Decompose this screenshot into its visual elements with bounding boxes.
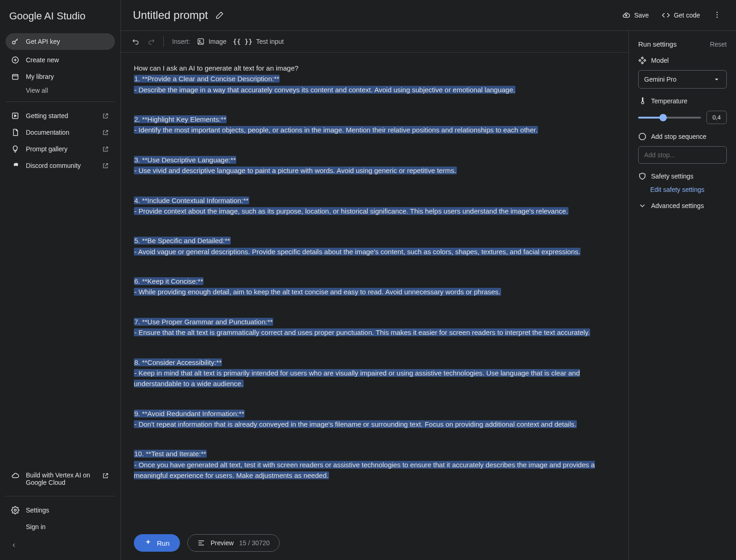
settings-label: Temperature bbox=[651, 97, 688, 105]
reset-button[interactable]: Reset bbox=[710, 41, 727, 48]
more-menu-button[interactable] bbox=[710, 8, 724, 23]
vertex-ai-link[interactable]: Build with Vertex AI on Google Cloud bbox=[6, 467, 115, 490]
button-label: Get code bbox=[674, 12, 700, 19]
play-icon bbox=[11, 112, 19, 120]
temperature-value[interactable]: 0,4 bbox=[706, 111, 727, 124]
library-icon bbox=[11, 72, 19, 81]
external-link-icon bbox=[101, 471, 109, 480]
external-link-icon bbox=[101, 145, 109, 153]
brand-logo: Google AI Studio bbox=[6, 8, 115, 33]
settings-label: Safety settings bbox=[651, 173, 694, 180]
run-button[interactable]: Run bbox=[134, 534, 180, 552]
gear-icon bbox=[11, 506, 19, 514]
insert-test-input-button[interactable]: {{ }} Test input bbox=[233, 38, 284, 45]
button-label: Run bbox=[157, 539, 170, 547]
model-select[interactable]: Gemini Pro bbox=[638, 70, 727, 89]
get-api-key-button[interactable]: Get API key bbox=[6, 33, 115, 50]
signin-button[interactable]: Sign in bbox=[6, 518, 115, 535]
header: Untitled prompt Save Get code bbox=[121, 0, 736, 31]
external-link-icon bbox=[101, 161, 109, 170]
nav-label: Discord community bbox=[26, 162, 81, 169]
save-button[interactable]: Save bbox=[619, 7, 652, 23]
nav-label: Settings bbox=[26, 506, 49, 514]
settings-label: Advanced settings bbox=[651, 202, 704, 209]
lightbulb-icon bbox=[11, 145, 19, 153]
thermometer-icon bbox=[638, 97, 646, 105]
prompt-gallery-link[interactable]: Prompt gallery bbox=[6, 141, 115, 157]
insert-label: Insert: bbox=[172, 38, 190, 45]
key-icon bbox=[11, 37, 19, 46]
cloud-icon bbox=[11, 471, 19, 480]
toolbar: Insert: Image {{ }} Test input bbox=[121, 31, 628, 53]
run-settings-panel: Run settings Reset Model Gemini Pro Temp… bbox=[629, 31, 736, 560]
svg-point-5 bbox=[717, 12, 718, 12]
stop-sequence-input[interactable] bbox=[644, 151, 721, 159]
footer: Run Preview 15 / 30720 bbox=[121, 526, 628, 560]
image-icon bbox=[197, 37, 205, 46]
plus-circle-icon bbox=[11, 56, 19, 64]
stop-icon bbox=[638, 132, 646, 141]
getting-started-link[interactable]: Getting started bbox=[6, 107, 115, 124]
notes-icon bbox=[197, 539, 205, 547]
prompt-editor[interactable]: How can I ask an AI to generate alt text… bbox=[121, 53, 628, 526]
discord-icon bbox=[11, 161, 19, 170]
external-link-icon bbox=[101, 112, 109, 120]
editor-column: Insert: Image {{ }} Test input How can I… bbox=[121, 31, 629, 560]
svg-point-6 bbox=[717, 14, 718, 15]
collapse-sidebar-button[interactable] bbox=[7, 539, 20, 552]
advanced-settings-toggle[interactable]: Advanced settings bbox=[638, 202, 727, 210]
chevron-down-icon bbox=[638, 202, 646, 210]
divider bbox=[6, 101, 115, 102]
temperature-slider[interactable] bbox=[638, 117, 701, 119]
svg-point-0 bbox=[12, 41, 15, 44]
cloud-save-icon bbox=[622, 11, 630, 19]
nav-label: Documentation bbox=[26, 129, 69, 136]
sidebar: Google AI Studio Get API key Create new … bbox=[0, 0, 121, 560]
documentation-link[interactable]: Documentation bbox=[6, 124, 115, 141]
page-title: Untitled prompt bbox=[133, 9, 208, 22]
nav-label: Get API key bbox=[26, 38, 60, 45]
stop-sequence-input-wrap bbox=[638, 146, 727, 164]
nav-label: Sign in bbox=[26, 523, 46, 530]
svg-point-4 bbox=[14, 509, 17, 512]
external-link-icon bbox=[101, 128, 109, 137]
my-library-button[interactable]: My library bbox=[6, 68, 115, 85]
main: Untitled prompt Save Get code I bbox=[121, 0, 736, 560]
button-label: Preview bbox=[211, 539, 234, 547]
discord-link[interactable]: Discord community bbox=[6, 157, 115, 174]
document-icon bbox=[11, 128, 19, 137]
nav-label: Getting started bbox=[26, 112, 68, 119]
svg-rect-2 bbox=[12, 75, 18, 80]
button-label: Image bbox=[209, 38, 227, 45]
svg-point-9 bbox=[199, 40, 200, 41]
preview-button[interactable]: Preview 15 / 30720 bbox=[187, 534, 280, 552]
edit-icon[interactable] bbox=[215, 11, 224, 19]
svg-point-7 bbox=[717, 17, 718, 18]
settings-title: Run settings bbox=[638, 40, 676, 48]
create-new-button[interactable]: Create new bbox=[6, 52, 115, 68]
nav-label: Build with Vertex AI on Google Cloud bbox=[26, 471, 95, 486]
select-value: Gemini Pro bbox=[644, 76, 676, 83]
nav-label: Prompt gallery bbox=[26, 145, 67, 153]
insert-image-button[interactable]: Image bbox=[197, 37, 227, 46]
settings-label: Model bbox=[651, 57, 669, 64]
undo-button[interactable] bbox=[132, 37, 140, 46]
chevron-down-icon bbox=[712, 75, 721, 83]
redo-button[interactable] bbox=[147, 37, 155, 46]
nav-label: My library bbox=[26, 73, 54, 80]
token-count: 15 / 30720 bbox=[239, 539, 269, 547]
divider bbox=[6, 496, 115, 496]
shield-icon bbox=[638, 172, 646, 180]
button-label: Test input bbox=[256, 38, 284, 45]
button-label: Save bbox=[634, 12, 649, 19]
view-all-link[interactable]: View all bbox=[6, 87, 115, 94]
model-icon bbox=[638, 56, 646, 65]
code-icon bbox=[662, 11, 670, 19]
get-code-button[interactable]: Get code bbox=[659, 7, 703, 23]
nav-label: Create new bbox=[26, 56, 59, 64]
sparkle-icon bbox=[144, 539, 152, 547]
settings-button[interactable]: Settings bbox=[6, 502, 115, 518]
settings-label: Add stop sequence bbox=[651, 133, 706, 140]
edit-safety-link[interactable]: Edit safety settings bbox=[638, 186, 727, 193]
